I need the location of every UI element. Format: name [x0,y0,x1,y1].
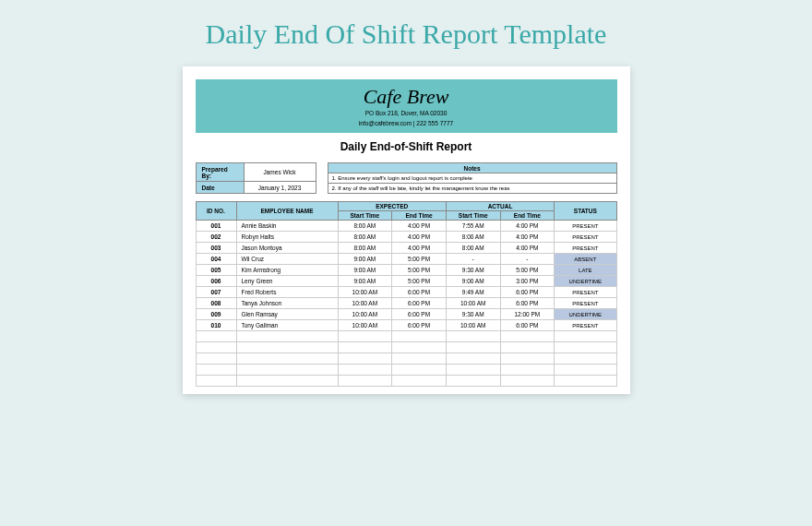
cell-id: 003 [196,243,236,254]
cell-expected-end: 6:00 PM [392,309,447,320]
table-row: 001Annie Baskin8:00 AM4:00 PM7:55 AM4:00… [196,221,616,232]
cell-actual-start: 10:00 AM [446,298,500,309]
cell-name: Annie Baskin [236,221,338,232]
cell-status: PRESENT [555,298,616,309]
cell-name: Robyn Halts [236,232,338,243]
cell-name: Glen Ramsay [236,309,338,320]
cell-expected-end: 6:00 PM [392,320,447,331]
table-row-empty [196,342,616,353]
cell-actual-end: 4:00 PM [500,243,555,254]
shift-data-table: ID NO. EMPLOYEE NAME EXPECTED ACTUAL STA… [196,201,617,387]
header-actual: ACTUAL [446,202,554,211]
cell-actual-start: 9:30 AM [446,309,500,320]
header-status: STATUS [555,202,616,221]
cell-name: Tanya Johnson [236,298,338,309]
cell-actual-end: 6:00 PM [500,298,555,309]
table-body: 001Annie Baskin8:00 AM4:00 PM7:55 AM4:00… [196,221,616,387]
cell-expected-end: 4:00 PM [392,243,447,254]
table-row: 004Wil Cruz9:00 AM5:00 PM--ABSENT [196,254,616,265]
cell-expected-start: 8:00 AM [338,221,392,232]
cell-status: PRESENT [555,221,616,232]
cell-expected-end: 5:00 PM [392,276,447,287]
brand-name: Cafe Brew [196,87,617,107]
cell-expected-start: 8:00 AM [338,243,392,254]
cell-expected-end: 6:00 PM [392,298,447,309]
prepared-by-label: Prepared By: [196,163,244,182]
cell-actual-end: 3:00 PM [500,276,555,287]
brand-contact: info@cafebrew.com | 222 555 7777 [196,119,617,127]
cell-expected-start: 10:00 AM [338,320,392,331]
cell-actual-start: 9:00 AM [446,276,500,287]
cell-expected-start: 9:00 AM [338,254,392,265]
table-row-empty [196,365,616,376]
cell-status: ABSENT [555,254,616,265]
cell-actual-start: 8:00 AM [446,243,500,254]
cell-actual-end: 4:00 PM [500,232,555,243]
cell-name: Jason Montoya [236,243,338,254]
page-title: Daily End Of Shift Report Template [206,18,607,50]
report-title: Daily End-of-Shift Report [196,140,617,153]
table-row: 006Leny Green9:00 AM5:00 PM9:00 AM3:00 P… [196,276,616,287]
table-row-empty [196,331,616,342]
cell-expected-end: 5:00 PM [392,254,447,265]
table-row-empty [196,353,616,365]
cell-actual-start: 9:30 AM [446,265,500,276]
table-row: 008Tanya Johnson10:00 AM6:00 PM10:00 AM6… [196,298,616,309]
cell-expected-end: 4:00 PM [392,221,447,232]
table-row: 009Glen Ramsay10:00 AM6:00 PM9:30 AM12:0… [196,309,616,320]
cell-id: 004 [196,254,236,265]
cell-name: Fred Roberts [236,287,338,298]
cell-actual-start: 10:00 AM [446,320,500,331]
header-actual-start: Start Time [446,211,500,221]
cell-expected-start: 9:00 AM [338,276,392,287]
brand-banner: Cafe Brew PO Box 218, Dover, MA 02030 in… [196,79,617,133]
table-row: 002Robyn Halts8:00 AM4:00 PM8:00 AM4:00 … [196,232,616,243]
cell-status: PRESENT [555,320,616,331]
cell-id: 008 [196,298,236,309]
cell-expected-start: 10:00 AM [338,287,392,298]
notes-table: Notes 1. Ensure every staff's login and … [328,162,617,194]
header-expected: EXPECTED [338,202,446,211]
prepared-by-value: James Wick [244,163,316,182]
cell-status: PRESENT [555,287,616,298]
cell-id: 009 [196,309,236,320]
cell-name: Leny Green [236,276,338,287]
cell-actual-start: - [446,254,500,265]
document-sheet: Cafe Brew PO Box 218, Dover, MA 02030 in… [183,66,630,394]
cell-expected-start: 10:00 AM [338,309,392,320]
date-label: Date [196,182,244,194]
meta-left-table: Prepared By: James Wick Date January 1, … [196,162,316,194]
date-value: January 1, 2023 [244,182,316,194]
table-row: 003Jason Montoya8:00 AM4:00 PM8:00 AM4:0… [196,243,616,254]
cell-actual-start: 8:00 AM [446,232,500,243]
cell-status: PRESENT [555,232,616,243]
notes-header: Notes [328,163,616,173]
header-expected-start: Start Time [338,211,392,221]
cell-status: UNDERTIME [555,276,616,287]
cell-status: UNDERTIME [555,309,616,320]
cell-expected-start: 10:00 AM [338,298,392,309]
cell-actual-start: 7:55 AM [446,221,500,232]
cell-actual-end: - [500,254,555,265]
cell-expected-end: 4:00 PM [392,232,447,243]
header-id: ID NO. [196,202,236,221]
cell-id: 006 [196,276,236,287]
header-expected-end: End Time [392,211,447,221]
cell-id: 002 [196,232,236,243]
table-header: ID NO. EMPLOYEE NAME EXPECTED ACTUAL STA… [196,202,616,221]
cell-actual-end: 6:00 PM [500,320,555,331]
cell-actual-end: 12:00 PM [500,309,555,320]
cell-id: 010 [196,320,236,331]
cell-expected-end: 5:00 PM [392,265,447,276]
brand-address: PO Box 218, Dover, MA 02030 [196,109,617,117]
cell-expected-start: 9:00 AM [338,265,392,276]
cell-status: LATE [555,265,616,276]
note-2: 2. If any of the staff will be late, kin… [328,184,616,194]
cell-expected-start: 8:00 AM [338,232,392,243]
cell-id: 005 [196,265,236,276]
cell-actual-end: 5:00 PM [500,265,555,276]
cell-status: PRESENT [555,243,616,254]
table-row: 010Tony Gallman10:00 AM6:00 PM10:00 AM6:… [196,320,616,331]
cell-name: Tony Gallman [236,320,338,331]
cell-id: 001 [196,221,236,232]
